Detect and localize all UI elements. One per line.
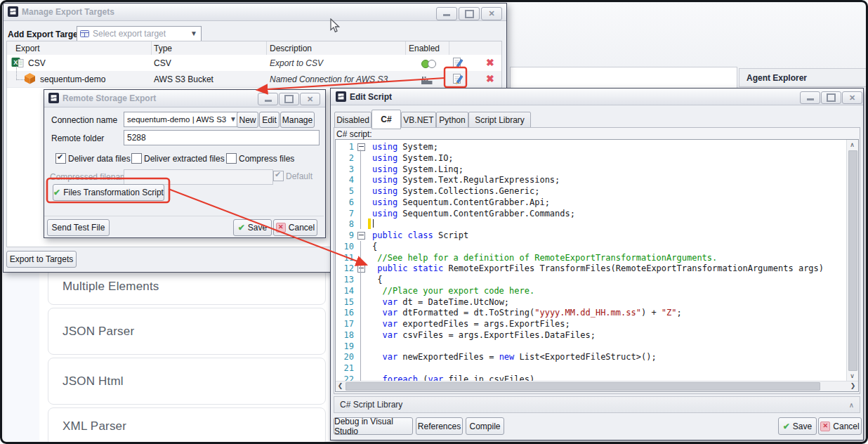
- deliver-data-files-checkbox[interactable]: [55, 153, 66, 164]
- edit-script-titlebar[interactable]: Edit Script ✕: [331, 89, 863, 105]
- check-icon: ✔: [53, 188, 60, 197]
- vertical-scrollbar[interactable]: ∧ ∨: [846, 140, 858, 381]
- delete-icon[interactable]: ✖: [486, 57, 494, 68]
- list-item-json-parser[interactable]: JSON Parser: [48, 308, 326, 355]
- export-name: sequentum-demo: [40, 74, 105, 84]
- fold-collapse-icon[interactable]: [357, 232, 365, 240]
- deliver-extracted-files-checkbox[interactable]: [131, 153, 142, 164]
- toggle-on-icon[interactable]: [421, 60, 437, 67]
- csharp-script-label: C# script:: [336, 129, 372, 139]
- cancel-x-icon: ✕: [276, 223, 286, 233]
- line-number: 7: [336, 209, 354, 219]
- export-to-targets-button[interactable]: Export to Targets: [6, 251, 77, 268]
- debug-in-visual-studio-button[interactable]: Debug in Visual Studio: [334, 417, 413, 435]
- dialog-title: Manage Export Targets: [22, 7, 114, 17]
- column-header-description[interactable]: Description: [270, 44, 312, 53]
- cancel-button[interactable]: ✕ Cancel: [273, 219, 317, 236]
- tab-script-library[interactable]: Script Library: [468, 112, 531, 129]
- remote-folder-input[interactable]: 5288: [124, 130, 320, 145]
- page-sidebar-strip: [4, 255, 39, 441]
- tab-vbnet[interactable]: VB.NET: [401, 112, 436, 129]
- files-transformation-script-button[interactable]: ✔ Files Transformation Script: [53, 184, 164, 201]
- agent-explorer-header[interactable]: Agent Explorer: [739, 68, 867, 87]
- maximize-button[interactable]: [279, 93, 299, 105]
- code-line-3: 3using System.Linq;: [336, 164, 841, 175]
- list-item-multiple-elements[interactable]: Multiple Elements: [48, 268, 326, 305]
- delete-icon[interactable]: ✖: [486, 73, 494, 84]
- scroll-up-icon[interactable]: ∧: [848, 141, 857, 150]
- maximize-icon: [465, 10, 474, 18]
- factory-icon: [421, 75, 433, 88]
- code-editor[interactable]: 1using System;2using System.IO;3using Sy…: [335, 139, 859, 392]
- new-button[interactable]: New: [237, 112, 258, 128]
- cancel-button[interactable]: ✕ Cancel: [818, 417, 862, 435]
- fold-guide-line: [360, 150, 361, 229]
- list-item-json-html[interactable]: JSON Html: [48, 358, 326, 405]
- table-row[interactable]: X CSV CSV Export to CSV ✖: [7, 55, 501, 72]
- manage-titlebar[interactable]: Manage Export Targets ✕: [4, 4, 506, 21]
- check-icon: ✔: [238, 223, 245, 233]
- column-header-enabled[interactable]: Enabled: [409, 44, 440, 53]
- tab-python[interactable]: Python: [436, 112, 468, 129]
- list-item-label: JSON Html: [63, 374, 124, 388]
- csharp-script-library-bar[interactable]: C# Script Library ∧: [334, 396, 860, 413]
- save-button[interactable]: ✔ Save: [778, 417, 817, 435]
- combobox-placeholder: Select export target: [93, 29, 166, 39]
- close-button[interactable]: ✕: [300, 93, 320, 105]
- close-button[interactable]: ✕: [842, 91, 862, 104]
- scroll-left-icon[interactable]: ❮: [336, 381, 345, 391]
- line-number: 19: [336, 341, 354, 352]
- tab-disabled[interactable]: Disabled: [334, 112, 371, 129]
- column-header-type[interactable]: Type: [154, 44, 172, 53]
- minimize-button[interactable]: [258, 93, 278, 105]
- tab-csharp[interactable]: C#: [371, 110, 401, 129]
- column-header-export[interactable]: Export: [15, 44, 40, 53]
- connection-name-label: Connection name: [51, 115, 117, 125]
- minimize-button[interactable]: [800, 91, 820, 104]
- maximize-icon: [284, 95, 294, 103]
- table-header[interactable]: Export Type Description Enabled: [7, 41, 501, 56]
- code-line-21: 21: [336, 363, 841, 374]
- agent-explorer-title: Agent Explorer: [747, 73, 807, 83]
- code-line-7: 7using Sequentum.ContentGrabber.Commands…: [336, 208, 841, 219]
- edit-script-icon[interactable]: [452, 56, 463, 72]
- list-item-label: Multiple Elements: [63, 280, 159, 294]
- code-line-18: 18 var csvFiles = args.ExportFiles.DataF…: [336, 329, 841, 341]
- edit-button[interactable]: Edit: [259, 112, 280, 128]
- fold-collapse-icon[interactable]: [357, 265, 365, 273]
- line-number: 10: [336, 242, 354, 252]
- manage-button[interactable]: Manage: [280, 112, 315, 128]
- fold-collapse-icon[interactable]: [357, 143, 365, 151]
- minimize-button[interactable]: [436, 7, 457, 20]
- code-line-5: 5using System.Collections.Generic;: [336, 185, 841, 197]
- horizontal-scrollbar[interactable]: ❮ ❯: [336, 381, 858, 391]
- compile-button[interactable]: Compile: [466, 417, 504, 435]
- save-button[interactable]: ✔ Save: [233, 219, 272, 236]
- export-target-grid-icon: [80, 30, 89, 37]
- app-logo-icon: [48, 93, 59, 105]
- send-test-file-button[interactable]: Send Test File: [47, 219, 110, 236]
- maximize-button[interactable]: [821, 91, 841, 104]
- compress-files-checkbox[interactable]: [226, 153, 237, 164]
- compress-files-label: Compress files: [239, 154, 294, 164]
- edit-script-icon[interactable]: [452, 72, 463, 88]
- collapse-chevron-icon[interactable]: ∧: [849, 401, 854, 409]
- code-line-10: 10{: [336, 241, 841, 252]
- code-line-16: 16 var dtFormatted = dt.ToString("yyyy.M…: [336, 307, 841, 318]
- line-number: 5: [336, 186, 354, 197]
- export-type: AWS S3 Bucket: [154, 74, 213, 84]
- select-export-target-combobox[interactable]: Select export target ▼: [77, 26, 202, 41]
- line-number: 15: [336, 297, 354, 308]
- rse-titlebar[interactable]: Remote Storage Export ✕: [44, 90, 325, 107]
- references-button[interactable]: References: [416, 417, 463, 435]
- table-row[interactable]: sequentum-demo AWS S3 Bucket Named Conne…: [7, 71, 501, 88]
- deliver-extracted-files-label: Deliver extracted files: [144, 154, 225, 164]
- close-button[interactable]: ✕: [481, 7, 502, 20]
- line-number: 9: [336, 230, 354, 241]
- line-number: 11: [336, 253, 354, 263]
- scroll-right-icon[interactable]: ❯: [848, 381, 857, 391]
- maximize-button[interactable]: [459, 7, 480, 20]
- connection-name-combobox[interactable]: sequentum-demo | AWS S3 ▼: [124, 112, 241, 127]
- list-item-xml-parser[interactable]: XML Parser: [48, 407, 326, 444]
- scroll-down-icon[interactable]: ∨: [848, 372, 857, 381]
